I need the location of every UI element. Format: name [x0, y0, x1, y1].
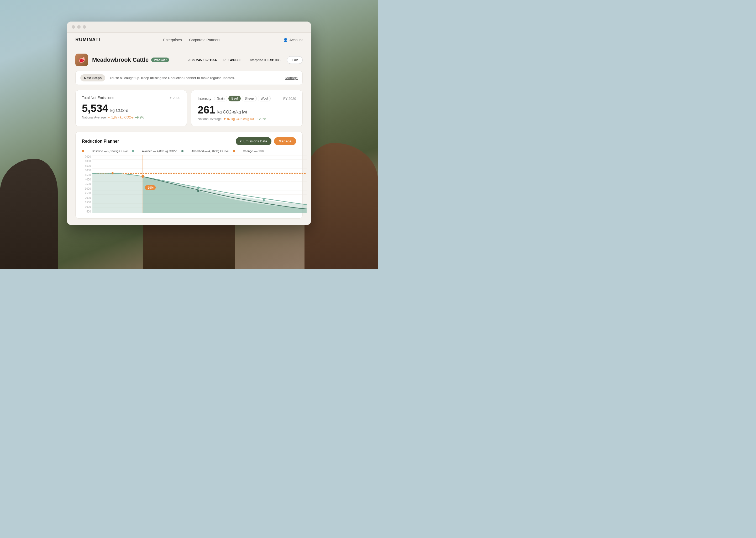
enterprise-avatar: 🥩 [75, 54, 88, 66]
legend-line-avoided [135, 151, 141, 151]
emissions-unit: kg CO2-e [110, 108, 128, 113]
chart-plot: -10% [92, 155, 307, 213]
intensity-card-header: Intensity Grain Beef Sheep Wool FY 2020 [198, 96, 296, 101]
intensity-unit: kg CO2-e/kg lwt [217, 110, 247, 115]
emissions-data-label: Emissions Data [243, 139, 267, 143]
nav-account[interactable]: 👤 Account [283, 38, 303, 42]
legend-line-change [236, 151, 242, 151]
enterprise-title-group: Meadowbrook Cattle Producer [92, 56, 169, 63]
legend-dot-absorbed [181, 150, 183, 152]
intensity-change: –12.8% [256, 117, 266, 121]
cattle-right-silhouette [305, 143, 378, 269]
legend-avoided-label: Avoided — 4,882 kg CO2-e [142, 149, 177, 153]
legend-change: Change — -10% [233, 149, 264, 153]
legend-absorbed: Absorbed — 4,502 kg CO2-e [181, 149, 229, 153]
legend-absorbed-label: Absorbed — 4,502 kg CO2-e [191, 149, 229, 153]
legend-dot-baseline [82, 150, 84, 152]
avoided-dot-2 [263, 199, 265, 201]
legend-dot-change [233, 150, 235, 152]
y-label-1500: 1500 [85, 201, 91, 204]
tab-grain[interactable]: Grain [214, 96, 227, 101]
planner-card: Reduction Planner ▾ Emissions Data Manag… [75, 132, 303, 219]
intensity-title: Intensity [198, 96, 211, 101]
legend-line-baseline [85, 151, 91, 151]
enterprise-meta: ABN 245 162 1256 PIC 499300 Enterprise I… [188, 56, 303, 64]
chart-area: 7000 6000 5500 5000 4500 4000 3500 3000 … [82, 155, 296, 213]
emissions-avg-arrow: ▼ [107, 116, 111, 119]
chart-legend: Baseline — 5,534 kg CO2-e Avoided — 4,88… [82, 149, 296, 153]
planner-actions: ▾ Emissions Data Manage [236, 137, 296, 145]
enterprise-name: Meadowbrook Cattle [92, 56, 149, 63]
avoided-dot-1 [197, 187, 199, 189]
account-icon: 👤 [283, 38, 288, 42]
next-steps-bar: Next Steps You're all caught up. Keep ut… [75, 71, 303, 85]
legend-dot-avoided [132, 150, 134, 152]
y-label-5500: 5500 [85, 164, 91, 167]
emissions-avg-value: ▼ 1,877 kg CO2-e [107, 116, 134, 119]
y-label-3500: 3500 [85, 183, 91, 186]
emissions-card: Total Net Emissions FY 2020 5,534 kg CO2… [75, 90, 187, 126]
next-steps-manage[interactable]: Manage [285, 76, 298, 80]
emissions-avg-label: National Average [82, 116, 106, 119]
y-label-7000: 7000 [85, 155, 91, 158]
browser-dot-red [72, 25, 75, 28]
intensity-card: Intensity Grain Beef Sheep Wool FY 2020 … [191, 90, 303, 126]
navbar: RUMINATI Enterprises Corporate Partners … [67, 32, 311, 47]
y-axis: 7000 6000 5500 5000 4500 4000 3500 3000 … [82, 155, 92, 213]
edit-button[interactable]: Edit [287, 56, 303, 64]
emissions-change: –9.2% [135, 116, 144, 119]
legend-avoided: Avoided — 4,882 kg CO2-e [132, 149, 177, 153]
planner-title: Reduction Planner [82, 139, 119, 144]
tab-sheep[interactable]: Sheep [242, 96, 257, 101]
avatar-emoji: 🥩 [78, 57, 85, 63]
intensity-value: 261 [198, 105, 215, 115]
stats-row: Total Net Emissions FY 2020 5,534 kg CO2… [75, 90, 303, 126]
browser-dot-green [83, 25, 86, 28]
y-label-4000: 4000 [85, 178, 91, 181]
enterprise-id-info: Enterprise ID R31985 [248, 58, 281, 62]
y-label-5000: 5000 [85, 169, 91, 172]
browser-chrome [67, 22, 311, 32]
producer-badge: Producer [151, 58, 169, 62]
legend-line-absorbed [185, 151, 190, 151]
legend-change-label: Change — -10% [243, 149, 264, 153]
emissions-value-row: 5,534 kg CO2-e [82, 103, 180, 114]
tab-wool[interactable]: Wool [258, 96, 271, 101]
cattle-left-silhouette [0, 159, 58, 269]
intensity-avg-label: National Average [198, 117, 221, 121]
next-steps-button[interactable]: Next Steps [80, 74, 105, 81]
legend-baseline-label: Baseline — 5,534 kg CO2-e [92, 149, 128, 153]
y-label-500: 500 [86, 210, 91, 213]
baseline-dot-1 [112, 172, 114, 175]
intensity-year: FY 2020 [283, 97, 296, 101]
tab-beef[interactable]: Beef [228, 96, 241, 101]
manage-button[interactable]: Manage [274, 137, 296, 145]
absorbed-dot-1 [197, 190, 199, 192]
intensity-avg-number: 87 kg CO2-e/kg lwt [227, 117, 254, 121]
emissions-data-button[interactable]: ▾ Emissions Data [236, 137, 271, 145]
nav-enterprises[interactable]: Enterprises [163, 38, 182, 42]
main-content: 🥩 Meadowbrook Cattle Producer ABN 245 16… [67, 47, 311, 225]
emissions-avg-number: 1,877 kg CO2-e [111, 116, 134, 119]
emissions-card-header: Total Net Emissions FY 2020 [82, 96, 180, 100]
emissions-year: FY 2020 [167, 96, 180, 100]
next-steps-message: You're all caught up. Keep utilising the… [110, 76, 281, 80]
emissions-title: Total Net Emissions [82, 96, 114, 100]
chart-tooltip: -10% [145, 185, 156, 190]
enterprise-header: 🥩 Meadowbrook Cattle Producer ABN 245 16… [75, 54, 303, 66]
nav-corporate-partners[interactable]: Corporate Partners [189, 38, 220, 42]
y-label-2500: 2500 [85, 192, 91, 195]
account-label: Account [289, 38, 303, 42]
intensity-avg-value: ▼ 87 kg CO2-e/kg lwt [223, 117, 254, 121]
browser-window: RUMINATI Enterprises Corporate Partners … [67, 22, 311, 225]
chevron-down-icon: ▾ [240, 139, 242, 143]
y-label-1000: 1000 [85, 205, 91, 208]
planner-header: Reduction Planner ▾ Emissions Data Manag… [82, 137, 296, 145]
logo: RUMINATI [75, 37, 100, 42]
y-label-6000: 6000 [85, 160, 91, 163]
y-label-2000: 2000 [85, 196, 91, 199]
emissions-comparison: National Average ▼ 1,877 kg CO2-e –9.2% [82, 116, 180, 119]
legend-baseline: Baseline — 5,534 kg CO2-e [82, 149, 128, 153]
intensity-comparison: National Average ▼ 87 kg CO2-e/kg lwt –1… [198, 117, 296, 121]
browser-dot-yellow [77, 25, 80, 28]
